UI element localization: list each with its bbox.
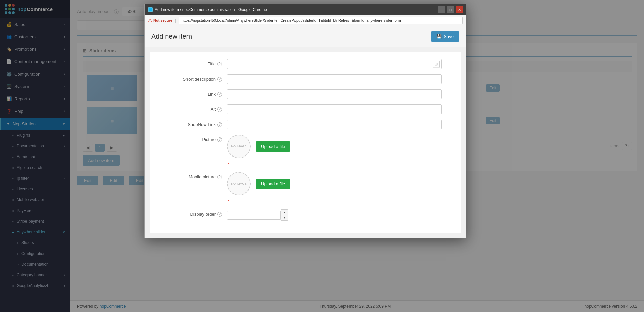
shopnow-input[interactable]	[227, 120, 442, 129]
picture-upload-btn[interactable]: Upload a file	[256, 141, 290, 152]
modal-title: Add new item	[151, 33, 192, 40]
short-desc-label: Short description ?	[160, 74, 227, 82]
form-group-title: Title ? ⊞	[160, 59, 450, 69]
warning-icon: ⚠	[148, 18, 152, 23]
browser-addressbar: ⚠ Not secure | https://nopstation450.loc…	[145, 15, 466, 26]
browser-content: Add new item 💾 Save Title ?	[145, 26, 466, 238]
form-group-display-order: Display order ? 0 ▲ ▼	[160, 209, 450, 221]
alt-label: Alt ?	[160, 104, 227, 112]
spinner-down-btn[interactable]: ▼	[281, 215, 288, 220]
main-body: Auto play timeout ? 5000 ⊞ Slider items	[70, 0, 644, 300]
link-input[interactable]	[227, 89, 442, 99]
not-secure-label: Not secure	[153, 18, 172, 23]
browser-popup: 🌐 Add new item / nopCommerce administrat…	[144, 4, 466, 238]
shopnow-label: ShopNow Link ?	[160, 120, 227, 127]
title-lang-btn[interactable]: ⊞	[433, 61, 440, 67]
minimize-btn[interactable]: –	[438, 6, 445, 13]
security-warning: ⚠ Not secure	[148, 18, 172, 23]
short-desc-input[interactable]	[227, 74, 442, 84]
short-desc-help-icon[interactable]: ?	[217, 77, 222, 82]
main-content: Auto play timeout ? 5000 ⊞ Slider items	[70, 0, 644, 312]
mobile-picture-upload-row: NO IMAGE Upload a file	[227, 172, 290, 195]
window-controls: – □ ✕	[438, 6, 463, 13]
mobile-picture-help-icon[interactable]: ?	[217, 175, 222, 179]
link-label: Link ?	[160, 89, 227, 97]
save-icon: 💾	[436, 34, 442, 39]
mobile-picture-placeholder: NO IMAGE	[227, 172, 251, 195]
close-btn[interactable]: ✕	[456, 6, 463, 13]
form-group-mobile-picture: Mobile picture ? NO IMAGE Upload a file	[160, 172, 450, 204]
mobile-picture-required-star: *	[228, 199, 229, 204]
form-group-picture: Picture ? NO IMAGE Upload a file	[160, 135, 450, 167]
picture-label: Picture ?	[160, 135, 227, 142]
modal-body: Title ? ⊞ Short description ?	[150, 52, 461, 233]
mobile-picture-group: NO IMAGE Upload a file *	[227, 172, 290, 204]
title-input-wrapper: ⊞	[227, 59, 442, 69]
address-bar-url[interactable]: https://nopstation450.local/Admin/Anywhe…	[179, 17, 463, 24]
maximize-btn[interactable]: □	[447, 6, 454, 13]
mobile-picture-upload-btn[interactable]: Upload a file	[256, 179, 290, 189]
save-button[interactable]: 💾 Save	[431, 31, 459, 42]
title-label: Title ?	[160, 59, 227, 66]
form-group-short-desc: Short description ?	[160, 74, 450, 84]
spinner-wrapper: 0 ▲ ▼	[227, 209, 288, 221]
display-order-help-icon[interactable]: ?	[217, 212, 222, 217]
form-group-alt: Alt ?	[160, 104, 450, 114]
display-order-input[interactable]: 0	[227, 211, 281, 220]
display-order-group: 0 ▲ ▼	[227, 209, 288, 221]
form-group-link: Link ?	[160, 89, 450, 99]
spinner-up-btn[interactable]: ▲	[281, 210, 288, 215]
title-help-icon[interactable]: ?	[217, 62, 222, 66]
alt-input[interactable]	[227, 104, 442, 114]
mobile-picture-required: *	[227, 199, 290, 204]
shopnow-help-icon[interactable]: ?	[217, 122, 222, 127]
modal-header: Add new item 💾 Save	[145, 26, 466, 47]
picture-help-icon[interactable]: ?	[217, 137, 222, 142]
picture-placeholder: NO IMAGE	[227, 135, 251, 158]
mobile-picture-label: Mobile picture ?	[160, 172, 227, 179]
link-help-icon[interactable]: ?	[217, 92, 222, 97]
picture-required-star: *	[228, 162, 229, 167]
alt-help-icon[interactable]: ?	[217, 107, 222, 112]
browser-icon: 🌐	[148, 7, 153, 12]
picture-required: *	[227, 162, 290, 167]
browser-titlebar: 🌐 Add new item / nopCommerce administrat…	[145, 4, 466, 15]
spinner-buttons: ▲ ▼	[281, 209, 288, 221]
picture-upload-row: NO IMAGE Upload a file	[227, 135, 290, 158]
picture-group: NO IMAGE Upload a file *	[227, 135, 290, 167]
title-input[interactable]	[227, 59, 442, 69]
browser-title: Add new item / nopCommerce administratio…	[155, 7, 267, 12]
form-group-shopnow: ShopNow Link ?	[160, 120, 450, 129]
display-order-label: Display order ?	[160, 209, 227, 217]
